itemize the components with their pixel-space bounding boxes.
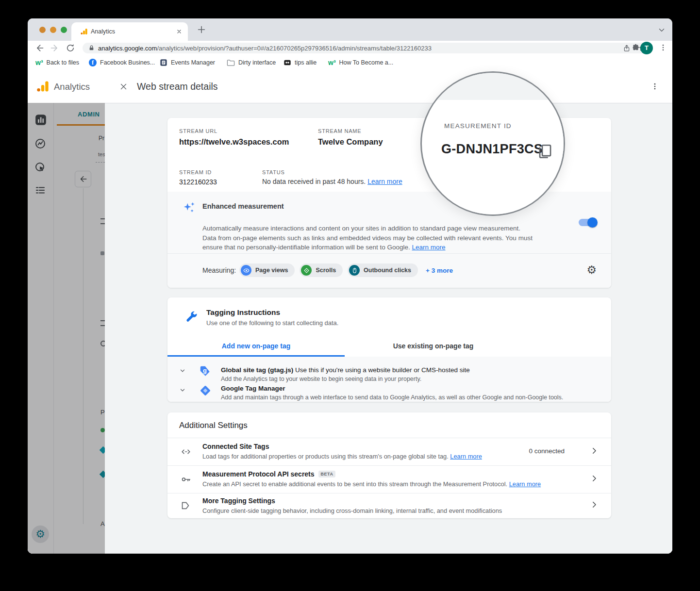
analytics-brand-label: Analytics (54, 82, 90, 92)
web-stream-details-panel: Web stream details STREAM URL https://tw… (105, 70, 672, 554)
tab-strip: Analytics (28, 18, 672, 41)
google-tag-manager-row[interactable]: Google Tag Manager Add and maintain tags… (167, 383, 611, 402)
enhanced-measurement-toggle[interactable] (579, 219, 597, 226)
measuring-section: Measuring: Page views (167, 254, 611, 288)
measurement-id-magnifier: MEASUREMENT ID G-DNJN1PF3CS (420, 71, 565, 216)
url-bar[interactable]: analytics.google.com/analytics/web/provi… (83, 43, 649, 53)
chevron-right-icon[interactable] (590, 500, 599, 509)
modal-scrim (28, 103, 105, 554)
measurement-protocol-row[interactable]: Measurement Protocol API secretsBETA Cre… (167, 465, 611, 493)
tagging-instructions-card: Tagging Instructions Use one of the foll… (167, 297, 611, 402)
chip-scrolls[interactable]: Scrolls (300, 263, 343, 277)
tab-search-chevron-icon[interactable] (657, 26, 666, 34)
key-icon (180, 474, 192, 485)
chevron-right-icon[interactable] (590, 446, 599, 455)
reload-icon[interactable] (66, 43, 75, 53)
enhanced-measurement-title: Enhanced measurement (202, 202, 284, 210)
traffic-light-minimize[interactable] (50, 27, 56, 33)
expand-chevron-icon[interactable] (179, 367, 186, 374)
enhanced-measurement-section: Enhanced measurement Automatically measu… (167, 192, 611, 253)
tab-add-new-on-page-tag[interactable]: Add new on-page tag (167, 337, 345, 355)
global-site-tag-row[interactable]: g Global site tag (gtag.js) Use this if … (167, 361, 611, 382)
ga-favicon (80, 28, 88, 35)
tagging-options: g Global site tag (gtag.js) Use this if … (167, 357, 611, 402)
extensions-puzzle-icon[interactable] (631, 43, 640, 52)
measurement-id-label: MEASUREMENT ID (444, 122, 512, 130)
eye-icon (241, 265, 251, 276)
url-domain: analytics.google.com (98, 45, 157, 52)
gtag-letter: g (199, 367, 211, 374)
new-tab-button[interactable] (196, 24, 207, 35)
tagging-instructions-subtitle: Use one of the following to start collec… (206, 319, 338, 327)
additional-settings-card: Additional Settings Connected Site Tags … (167, 412, 611, 518)
global-site-tag-subtitle: Add the Analytics tag to your website to… (221, 376, 421, 382)
scroll-icon (301, 265, 312, 276)
share-icon[interactable] (623, 44, 631, 52)
status-label: STATUS (262, 169, 285, 175)
back-icon[interactable] (34, 43, 44, 53)
tips-allie-icon (283, 59, 291, 66)
measuring-label: Measuring: (202, 266, 236, 274)
measurement-protocol-learn-more-link[interactable]: Learn more (509, 480, 541, 488)
w3schools-icon: w³ (35, 59, 43, 66)
connected-site-tags-subtitle: Load tags for additional properties or p… (202, 453, 482, 460)
measuring-settings-gear-icon[interactable]: ⚙ (586, 263, 597, 277)
stream-url-label: STREAM URL (179, 128, 217, 134)
connected-count: 0 connected (529, 447, 565, 455)
chip-page-views[interactable]: Page views (239, 263, 295, 277)
page-content: Analytics ⚙ ADMIN (28, 70, 672, 554)
modal-title: Web stream details (137, 81, 218, 92)
modal-kebab-icon[interactable] (650, 82, 659, 91)
w3schools-icon: w³ (328, 59, 336, 66)
bookmark-events-manager[interactable]: Events Manager (160, 55, 215, 70)
connected-site-tags-row[interactable]: Connected Site Tags Load tags for additi… (167, 438, 611, 465)
bookmark-back-to-files[interactable]: w³ Back to files (35, 55, 79, 70)
code-tag-icon (180, 446, 192, 457)
close-icon[interactable] (119, 82, 128, 91)
enhanced-learn-more-link[interactable]: Learn more (412, 244, 446, 251)
wrench-icon (185, 310, 198, 323)
browser-menu-kebab-icon[interactable] (659, 43, 667, 52)
bookmark-dirty-interface[interactable]: Dirty interface (227, 55, 276, 70)
tab-title: Analytics (91, 28, 115, 35)
bookmark-facebook-business[interactable]: f Facebook Busines... (89, 55, 155, 70)
analytics-logo-icon (36, 80, 50, 93)
browser-tab-analytics[interactable]: Analytics (71, 22, 188, 41)
more-chips-link[interactable]: + 3 more (426, 267, 453, 274)
global-site-tag-title: Global site tag (gtag.js) Use this if yo… (221, 366, 470, 374)
stream-id-value: 3122160233 (179, 178, 217, 186)
measurement-protocol-title: Measurement Protocol API secretsBETA (202, 470, 335, 478)
stream-url-value: https://twelve.w3spaces.com (179, 137, 289, 147)
beta-badge: BETA (318, 471, 336, 477)
tagging-instructions-title: Tagging Instructions (206, 308, 280, 317)
more-tagging-settings-subtitle: Configure client-side tagging behavior, … (202, 507, 502, 514)
more-tagging-settings-row[interactable]: More Tagging Settings Configure client-s… (167, 493, 611, 518)
connected-site-tags-learn-more-link[interactable]: Learn more (450, 453, 482, 460)
lock-icon (88, 45, 95, 51)
chevron-right-icon[interactable] (590, 474, 599, 483)
traffic-light-zoom[interactable] (61, 27, 67, 33)
measurement-id-value: G-DNJN1PF3CS (441, 142, 543, 157)
tag-outline-icon (180, 500, 191, 511)
sparkle-icon (182, 200, 197, 215)
forward-icon[interactable] (50, 43, 60, 53)
chip-outbound-clicks[interactable]: Outbound clicks (348, 263, 418, 277)
modal-header: Web stream details (105, 70, 672, 103)
tab-use-existing-on-page-tag[interactable]: Use existing on-page tag (345, 337, 522, 355)
expand-chevron-icon[interactable] (179, 387, 186, 394)
tab-close-icon[interactable] (176, 29, 182, 34)
status-learn-more-link[interactable]: Learn more (367, 178, 402, 185)
url-text: analytics.google.com/analytics/web/provi… (98, 45, 432, 52)
status-value: No data received in past 48 hours. Learn… (262, 178, 402, 185)
browser-window: Analytics analytics.google.com/analytics… (28, 18, 672, 554)
modal-body: STREAM URL https://twelve.w3spaces.com S… (105, 103, 672, 554)
folder-icon (227, 59, 235, 66)
enhanced-measurement-description: Automatically measure interactions and c… (202, 224, 549, 252)
profile-avatar[interactable]: T (640, 42, 653, 54)
copy-icon[interactable] (536, 143, 553, 160)
url-path: /analytics/web/provision/?authuser=0#/a2… (157, 45, 432, 52)
traffic-light-close[interactable] (39, 27, 46, 33)
bookmark-tips-allie[interactable]: tips allie (283, 55, 317, 70)
bookmark-how-to-become[interactable]: w³ How To Become a... (328, 55, 393, 70)
measuring-chips: Page views Scrolls (239, 263, 453, 277)
